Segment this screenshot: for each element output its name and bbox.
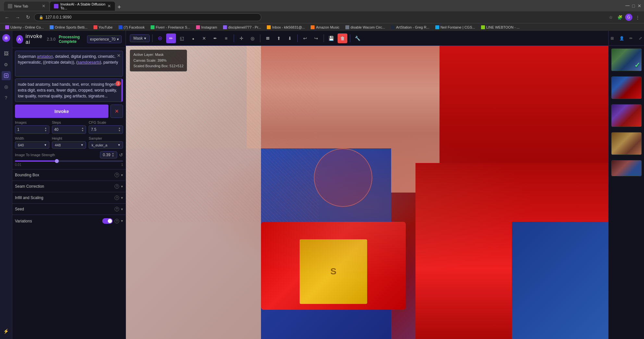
thumbnail-5[interactable]: [611, 160, 642, 176]
bookmark-wacom[interactable]: disable Wacom Circ...: [343, 25, 388, 30]
panel-user-icon[interactable]: 👤: [618, 34, 625, 43]
bookmark-disciple[interactable]: discipleneil777 - Pr...: [220, 25, 264, 30]
thumbnail-3[interactable]: [611, 104, 642, 127]
seed-header[interactable]: Seed ? ▾: [12, 204, 126, 215]
bookmark-artstation[interactable]: ArtStation - Greg R...: [388, 25, 432, 30]
variations-toggle[interactable]: [102, 218, 113, 224]
tool-pen-btn[interactable]: ✒: [210, 33, 220, 43]
sidebar-icon-models[interactable]: ◎: [2, 82, 11, 91]
tool-erase-btn[interactable]: ◱: [177, 33, 187, 43]
bookmark-inbox[interactable]: Inbox - klk56831@...: [264, 25, 307, 30]
height-select[interactable]: 448 ▾: [52, 141, 86, 149]
img2img-slider-track[interactable]: [15, 160, 123, 162]
infill-scaling-header[interactable]: Infill and Scaling ? ▾: [12, 192, 126, 203]
new-tab-button[interactable]: +: [116, 4, 123, 11]
window-close-btn[interactable]: ✕: [638, 3, 641, 8]
menu-icon[interactable]: ⋮: [634, 13, 641, 21]
images-input[interactable]: 1 ▲▼: [15, 125, 49, 134]
sidebar-icon-generate[interactable]: [2, 71, 11, 80]
profile-icon[interactable]: G: [625, 14, 632, 21]
negative-prompt-box[interactable]: nude bad anatomy, bad hands, text, error…: [15, 79, 123, 102]
tool-redo-btn[interactable]: ↪: [311, 33, 321, 43]
window-minimize-btn[interactable]: ─: [625, 2, 630, 9]
thumbnail-2[interactable]: [611, 76, 642, 99]
bookmark-facebook[interactable]: (7) Facebook: [116, 25, 147, 30]
sidebar-icon-gallery[interactable]: 🖼: [2, 49, 11, 58]
seam-correction-header[interactable]: Seam Correction ? ▾: [12, 181, 126, 192]
tool-delete-btn[interactable]: ✕: [199, 33, 209, 43]
infill-scaling-help-icon[interactable]: ?: [115, 195, 119, 200]
invoke-button[interactable]: Invoke: [15, 105, 108, 118]
invoke-cancel-btn[interactable]: ✕: [110, 105, 123, 118]
tool-target-btn[interactable]: ◎: [248, 33, 257, 43]
slider-thumb[interactable]: [55, 159, 59, 163]
prompt-clear-btn[interactable]: ✕: [117, 53, 121, 58]
address-bar[interactable]: 🔒 127.0.0.1:9090: [34, 13, 261, 21]
panel-grid-icon[interactable]: ⊞: [609, 34, 616, 43]
variations-help-icon[interactable]: ?: [115, 219, 119, 223]
mask-dropdown[interactable]: Mask ▾: [130, 34, 150, 42]
tool-align-btn[interactable]: ≡: [221, 33, 231, 43]
tool-upload-btn[interactable]: ⬆: [274, 33, 284, 43]
panel-maximize-icon[interactable]: ⤢: [637, 34, 644, 43]
tool-settings-btn[interactable]: 🔧: [353, 33, 363, 43]
sampler-select[interactable]: k_euler_a ▾: [89, 141, 123, 149]
cfg-input[interactable]: 7.5 ▲▼: [89, 125, 123, 134]
sampler-label: Sampler: [89, 136, 123, 140]
bookmark-youtube[interactable]: YouTube: [91, 25, 115, 30]
width-select[interactable]: 640 ▾: [15, 141, 49, 149]
bookmark-neil[interactable]: Neil Fontaine | CGS...: [433, 25, 478, 30]
thumbnail-4[interactable]: [611, 132, 642, 155]
tool-save-btn[interactable]: 💾: [327, 33, 336, 43]
bookmark-label: YouTube: [99, 25, 113, 29]
seam-correction-help-icon[interactable]: ?: [115, 184, 119, 189]
bookmark-amazon[interactable]: Amazon Music: [308, 25, 342, 30]
bookmark-sports[interactable]: Online Sports Betti...: [47, 25, 90, 30]
sidebar-icon-help[interactable]: ?: [2, 93, 11, 102]
tool-undo-btn[interactable]: ↩: [300, 33, 310, 43]
forward-button[interactable]: →: [13, 14, 22, 21]
browser-tab-newtab[interactable]: New Tab ✕: [4, 2, 49, 11]
slider-reset-icon[interactable]: ↺: [119, 152, 123, 157]
variations-header[interactable]: Variations ? ▾: [12, 215, 126, 227]
bookmark-fiverr[interactable]: Fiverr - Freelance S...: [148, 25, 193, 30]
tool-link-btn[interactable]: [155, 33, 165, 43]
panel-edit-icon[interactable]: ✏: [627, 34, 635, 43]
tool-brush-btn[interactable]: ✏: [166, 33, 176, 43]
positive-prompt-box[interactable]: Superman artstation, detailed, digital p…: [15, 51, 123, 77]
cfg-stepper[interactable]: ▲▼: [118, 127, 121, 132]
bounding-box-help-icon[interactable]: ?: [115, 173, 119, 177]
tab-close-active-btn[interactable]: ✕: [107, 4, 111, 8]
tool-download-btn[interactable]: ⬇: [285, 33, 295, 43]
window-maximize-btn[interactable]: □: [632, 3, 635, 8]
browser-tab-invokeai[interactable]: InvokeAI - A Stable Diffusion To... ✕: [50, 2, 115, 11]
extension-icon[interactable]: 🧩: [616, 13, 624, 21]
bounding-box-header[interactable]: Bounding Box ? ▾: [12, 170, 126, 181]
bookmark-star-icon[interactable]: ☆: [607, 13, 615, 21]
tool-fill-btn[interactable]: ⬥: [188, 33, 198, 43]
bookmark-webtoon[interactable]: LINE WEBTOON - ...: [478, 25, 522, 30]
tool-layers-btn[interactable]: [263, 33, 273, 43]
thumbnail-1[interactable]: ✓: [611, 48, 642, 71]
steps-input[interactable]: 40 ▲▼: [52, 125, 86, 134]
slider-fill: [15, 160, 56, 162]
height-label: Height: [52, 136, 86, 140]
tool-clear-btn[interactable]: 🗑: [338, 33, 347, 43]
back-button[interactable]: ←: [3, 14, 11, 21]
model-selector[interactable]: experience_70 ▾: [87, 35, 122, 43]
refresh-button[interactable]: ↻: [24, 13, 32, 21]
bookmark-udemy[interactable]: Udemy - Online Co...: [3, 25, 46, 30]
sidebar-icon-bottom[interactable]: ⚡: [2, 327, 11, 336]
canvas-viewport[interactable]: S Active Layer: Mask Canvas Scale: 398% …: [126, 46, 608, 339]
sidebar-icon-settings[interactable]: ⚙: [2, 60, 11, 69]
tab-close-btn[interactable]: ✕: [42, 4, 45, 8]
images-stepper[interactable]: ▲▼: [44, 127, 47, 132]
img2img-value-display[interactable]: 0.39 ▲▼: [100, 151, 117, 158]
img2img-stepper[interactable]: ▲▼: [112, 152, 114, 157]
tooltip-scale: Canvas Scale: 398%: [133, 58, 183, 64]
seed-help-icon[interactable]: ?: [115, 207, 119, 211]
bookmark-label: discipleneil777 - Pr...: [228, 25, 261, 29]
tool-move-btn[interactable]: ✛: [237, 33, 246, 43]
steps-stepper[interactable]: ▲▼: [81, 127, 84, 132]
bookmark-instagram[interactable]: Instagram: [193, 25, 220, 30]
